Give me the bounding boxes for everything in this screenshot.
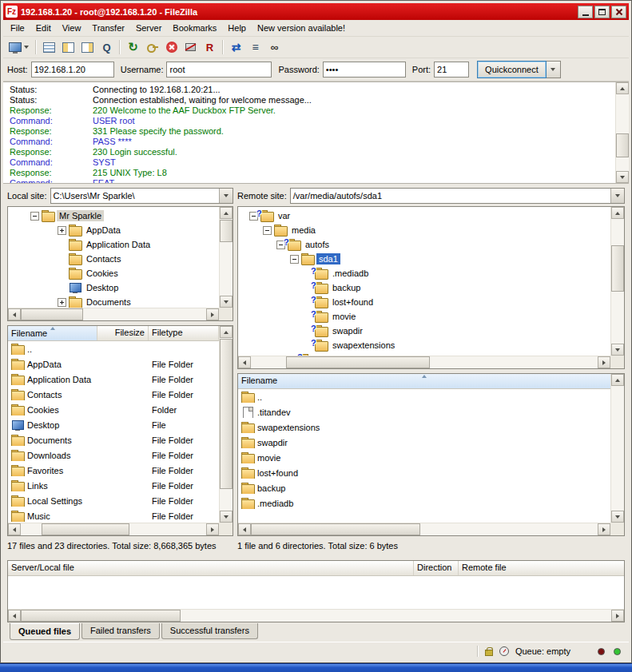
synchronized-browsing-button[interactable] [246, 38, 264, 56]
local-tree-hscrollbar[interactable] [8, 308, 219, 320]
menu-help[interactable]: Help [222, 21, 252, 35]
file-row[interactable]: MusicFile Folder [8, 508, 219, 523]
tree-item-backup[interactable]: backup [238, 280, 610, 295]
file-row[interactable]: DownloadsFile Folder [8, 447, 219, 463]
tab-failed-transfers[interactable]: Failed transfers [81, 623, 160, 639]
menu-transfer[interactable]: Transfer [86, 21, 130, 35]
file-row[interactable]: CookiesFolder [8, 402, 219, 417]
local-site-combo[interactable]: C:\Users\Mr Sparkle\ [50, 188, 233, 204]
remote-tree-hscrollbar[interactable] [238, 356, 610, 368]
reconnect-button[interactable] [201, 38, 219, 56]
tree-item-mr-sparkle[interactable]: Mr Sparkle [8, 209, 219, 223]
scroll-left-button[interactable] [238, 356, 251, 368]
file-row[interactable]: Local SettingsFile Folder [8, 493, 219, 508]
toggle-local-tree-button[interactable] [59, 38, 78, 56]
scroll-down-button[interactable] [220, 296, 233, 308]
password-input[interactable] [323, 62, 406, 78]
combo-dropdown-button[interactable] [610, 189, 624, 203]
scroll-right-button[interactable] [598, 523, 610, 535]
scroll-left-button[interactable] [8, 308, 21, 320]
column-server-local-file[interactable]: Server/Local file [8, 561, 414, 575]
tree-item-application-data[interactable]: Application Data [8, 237, 219, 252]
tree-item-lost-found[interactable]: lost+found [238, 295, 610, 309]
column-direction[interactable]: Direction [414, 561, 459, 575]
file-row[interactable]: .. [238, 389, 610, 404]
remote-site-combo[interactable]: /var/media/autofs/sda1 [290, 188, 625, 204]
host-input[interactable] [31, 62, 114, 78]
collapse-icon[interactable] [30, 212, 39, 221]
quickconnect-button[interactable]: Quickconnect [477, 61, 547, 78]
scroll-left-button[interactable] [238, 523, 251, 535]
scroll-right-button[interactable] [206, 308, 219, 320]
file-row[interactable]: .. [8, 341, 219, 356]
scroll-right-button[interactable] [598, 356, 610, 368]
scroll-down-button[interactable] [611, 344, 624, 356]
column-filename[interactable]: Filename [8, 326, 97, 340]
speed-limit-icon[interactable] [499, 646, 509, 656]
scroll-up-button[interactable] [611, 207, 624, 219]
scroll-up-button[interactable] [220, 326, 233, 338]
expand-icon[interactable] [58, 298, 66, 307]
close-button[interactable] [611, 6, 626, 18]
tree-item-cookies[interactable]: Cookies [8, 266, 219, 280]
collapse-icon[interactable] [290, 255, 299, 264]
remote-list-vscrollbar[interactable] [610, 374, 624, 523]
column-remote-file[interactable]: Remote file [459, 561, 624, 575]
file-row[interactable]: .mediadb [238, 495, 610, 511]
tree-item-swapdir[interactable]: swapdir [238, 324, 610, 338]
scroll-left-button[interactable] [8, 610, 21, 622]
scroll-up-button[interactable] [220, 207, 233, 219]
queue-hscrollbar[interactable] [8, 609, 624, 622]
tree-item-contacts[interactable]: Contacts [8, 252, 219, 266]
scroll-thumb[interactable] [42, 523, 129, 535]
cancel-operation-button[interactable] [162, 38, 181, 56]
maximize-button[interactable] [594, 6, 610, 18]
tree-item-appdata[interactable]: AppData [8, 223, 219, 237]
file-row[interactable]: AppDataFile Folder [8, 356, 219, 372]
column-filesize[interactable]: Filesize [97, 326, 149, 340]
file-row[interactable]: movie [238, 450, 610, 465]
menu-file[interactable]: File [5, 21, 30, 35]
scroll-left-button[interactable] [8, 523, 21, 535]
find-files-button[interactable] [265, 38, 284, 56]
tree-item-autofs[interactable]: autofs [238, 237, 610, 252]
menu-bookmarks[interactable]: Bookmarks [167, 21, 222, 35]
file-row[interactable]: LinksFile Folder [8, 478, 219, 493]
menu-edit[interactable]: Edit [30, 21, 57, 35]
directory-comparison-button[interactable] [227, 38, 245, 56]
toggle-remote-tree-button[interactable] [78, 38, 97, 56]
log-scrollbar[interactable] [615, 82, 629, 183]
file-row[interactable]: ContactsFile Folder [8, 387, 219, 402]
filter-button[interactable] [143, 38, 161, 56]
scroll-up-button[interactable] [611, 374, 624, 386]
port-input[interactable] [434, 62, 469, 78]
tree-item-mediadb[interactable]: .mediadb [238, 266, 610, 280]
toggle-queue-button[interactable] [97, 38, 116, 56]
scroll-thumb[interactable] [21, 308, 83, 320]
tab-queued-files[interactable]: Queued files [10, 623, 80, 640]
expand-icon[interactable] [58, 226, 66, 235]
local-list-vscrollbar[interactable] [219, 326, 233, 523]
scroll-thumb[interactable] [251, 523, 420, 535]
menu-new-version-available[interactable]: New version available! [252, 21, 351, 35]
column-filename[interactable]: Filename [238, 374, 610, 388]
file-row[interactable]: Application DataFile Folder [8, 372, 219, 387]
username-input[interactable] [166, 62, 272, 78]
title-bar[interactable]: 192.168.1.20 - root@192.168.1.20 - FileZ… [3, 3, 629, 20]
encryption-icon[interactable] [485, 650, 493, 656]
tree-item-var[interactable]: var [238, 209, 610, 223]
combo-dropdown-button[interactable] [219, 189, 233, 203]
tab-successful-transfers[interactable]: Successful transfers [161, 623, 258, 639]
file-row[interactable]: DocumentsFile Folder [8, 432, 219, 447]
tree-item-sda1[interactable]: sda1 [238, 252, 610, 266]
tree-item-swapextensions[interactable]: swapextensions [238, 338, 610, 352]
menu-view[interactable]: View [57, 21, 87, 35]
file-row[interactable]: swapdir [238, 435, 610, 450]
remote-list-hscrollbar[interactable] [238, 523, 610, 535]
file-row[interactable]: lost+found [238, 465, 610, 480]
toggle-message-log-button[interactable] [40, 38, 58, 56]
disconnect-button[interactable] [181, 38, 200, 56]
menu-server[interactable]: Server [130, 21, 167, 35]
file-row[interactable]: FavoritesFile Folder [8, 463, 219, 478]
local-tree-vscrollbar[interactable] [219, 207, 233, 308]
